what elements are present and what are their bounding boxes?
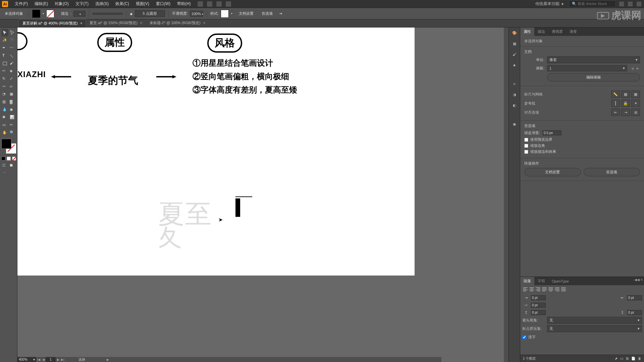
stroke-panel-icon[interactable]: ≡ bbox=[511, 80, 518, 87]
menu-object[interactable]: 对象(O) bbox=[51, 1, 72, 7]
brushes-panel-icon[interactable]: 🖌 bbox=[511, 51, 518, 58]
guides-lock-icon[interactable]: 🔒 bbox=[621, 100, 630, 107]
swatches-panel-icon[interactable]: ▦ bbox=[511, 40, 518, 47]
gpu-icon[interactable] bbox=[226, 1, 231, 7]
column-graph-tool[interactable]: 📊 bbox=[9, 114, 16, 121]
graphic-style-swatch[interactable]: ▾ bbox=[221, 10, 229, 18]
justify-all-icon[interactable] bbox=[560, 287, 567, 293]
opacity-field[interactable]: 100% bbox=[190, 11, 203, 17]
color-mode-solid[interactable] bbox=[1, 157, 5, 161]
panel-tab-properties[interactable]: 属性 bbox=[520, 27, 534, 36]
stroke-profile-field[interactable]: 5 点圆形 bbox=[135, 10, 165, 17]
layout-icon[interactable] bbox=[216, 1, 222, 7]
menu-help[interactable]: 帮助(H) bbox=[174, 1, 194, 7]
align-center-icon[interactable] bbox=[529, 287, 535, 293]
grid-icon[interactable]: ▦ bbox=[621, 90, 630, 98]
units-dropdown[interactable]: 像素▾ bbox=[547, 56, 640, 63]
artboard-nav-arrows[interactable]: ◀ ▶ bbox=[631, 67, 640, 70]
edit-toolbar[interactable]: ⋯ bbox=[1, 169, 9, 177]
color-mode-none[interactable] bbox=[12, 157, 16, 161]
panel-tab-gradient[interactable]: 渐变 bbox=[566, 27, 580, 36]
justify-right-icon[interactable] bbox=[554, 287, 560, 293]
quick-doc-setup-button[interactable]: 文档设置 bbox=[524, 168, 581, 176]
workspace-switcher[interactable]: 传统基本功能 ▾ bbox=[533, 0, 566, 7]
hand-tool[interactable]: ✋ bbox=[1, 129, 8, 136]
fill-swatch[interactable]: ▾ bbox=[32, 10, 40, 18]
direct-selection-tool[interactable] bbox=[9, 29, 16, 36]
rectangle-tool[interactable] bbox=[1, 60, 8, 67]
mesh-tool[interactable]: ▥ bbox=[1, 98, 8, 106]
scrollbar-vertical[interactable] bbox=[504, 27, 508, 362]
rotate-tool[interactable]: ↻ bbox=[1, 75, 8, 82]
scale-tool[interactable]: ⤢ bbox=[9, 75, 16, 82]
kinsoku-dropdown[interactable]: 无▾ bbox=[547, 317, 642, 324]
curvature-tool[interactable]: 〰 bbox=[9, 44, 16, 52]
first-artboard-button[interactable]: |◀ bbox=[36, 357, 41, 362]
close-icon[interactable] bbox=[637, 2, 641, 6]
stroke-weight-field[interactable] bbox=[73, 11, 86, 17]
next-artboard-button[interactable]: ▶ bbox=[56, 357, 60, 362]
key-increment-field[interactable] bbox=[543, 130, 561, 135]
menu-view[interactable]: 视图(V) bbox=[132, 1, 153, 7]
doc-tab-1[interactable]: 夏至讲解.ai* @ 400% (RGB/预览) × bbox=[19, 19, 86, 27]
arrange-icon[interactable] bbox=[207, 1, 212, 7]
paintbrush-tool[interactable]: 🖌 bbox=[9, 60, 16, 67]
space-after-field[interactable] bbox=[627, 310, 642, 315]
stroke-swatch[interactable] bbox=[46, 10, 54, 18]
screen-mode-normal[interactable]: ◻ bbox=[1, 162, 8, 169]
color-panel-icon[interactable]: 🎨 bbox=[511, 29, 518, 36]
menu-file[interactable]: 文件(F) bbox=[11, 1, 31, 7]
transparency-panel-icon[interactable]: ◐ bbox=[511, 102, 518, 109]
magic-wand-tool[interactable]: ✨ bbox=[1, 37, 8, 44]
doc-icon[interactable] bbox=[198, 1, 203, 7]
close-icon[interactable]: × bbox=[203, 21, 205, 25]
panel-tab-character[interactable]: 字符 bbox=[534, 277, 548, 285]
edit-artboards-button[interactable]: 编辑画板 bbox=[547, 73, 640, 81]
panel-tab-stroke[interactable]: 描边 bbox=[534, 27, 548, 36]
align-left-icon[interactable] bbox=[522, 287, 528, 293]
snap-pixel-icon[interactable]: ⊞ bbox=[631, 109, 640, 116]
new-layer-icon[interactable]: 📄 bbox=[631, 357, 635, 360]
gradient-panel-icon[interactable]: ◑ bbox=[511, 91, 518, 98]
perspective-tool[interactable]: ▦ bbox=[9, 90, 16, 98]
space-before-field[interactable] bbox=[531, 310, 546, 315]
line-tool[interactable]: ＼ bbox=[9, 52, 16, 59]
type-tool[interactable]: T bbox=[1, 52, 8, 59]
hyphenate-checkbox[interactable] bbox=[522, 335, 526, 339]
fill-color-box[interactable] bbox=[1, 139, 11, 149]
lasso-tool[interactable]: ➰ bbox=[9, 37, 16, 44]
artboard-tool[interactable]: ▭ bbox=[1, 121, 8, 129]
transparency-grid-icon[interactable]: ▩ bbox=[631, 90, 640, 98]
scale-strokes-checkbox[interactable] bbox=[524, 150, 528, 154]
blend-tool[interactable]: ◉ bbox=[9, 106, 16, 113]
menu-effect[interactable]: 效果(C) bbox=[112, 1, 132, 7]
locate-object-icon[interactable]: ⬈ bbox=[615, 357, 618, 360]
doc-tab-3[interactable]: 未标题-2* @ 100% (RGB/预览) × bbox=[146, 19, 209, 27]
gradient-tool[interactable]: ▓ bbox=[9, 98, 16, 106]
mojikumi-dropdown[interactable]: 无▾ bbox=[547, 325, 642, 332]
indent-right-field[interactable] bbox=[627, 295, 642, 300]
guides-visibility-icon[interactable]: ┃ bbox=[611, 100, 620, 107]
canvas-area[interactable]: 属性 风格 XIAZHI 夏季的节气 ①用星星结合笔画设计 ②竖向笔画偏粗，横向… bbox=[17, 27, 508, 362]
status-flyout[interactable]: ▶ bbox=[105, 357, 110, 362]
justify-center-icon[interactable] bbox=[548, 287, 554, 293]
appearance-panel-icon[interactable]: ◉ bbox=[511, 121, 518, 127]
scale-corners-checkbox[interactable] bbox=[524, 144, 528, 148]
menu-type[interactable]: 文字(T) bbox=[72, 1, 92, 7]
align-right-icon[interactable] bbox=[535, 287, 541, 293]
snap-grid-icon[interactable]: ⇥ bbox=[621, 109, 630, 116]
justify-left-icon[interactable] bbox=[541, 287, 547, 293]
quick-preferences-button[interactable]: 首选项 bbox=[584, 168, 640, 176]
shape-builder-tool[interactable]: ◔ bbox=[1, 90, 8, 98]
eraser-tool[interactable]: ◈ bbox=[9, 67, 16, 75]
width-tool[interactable]: ⇿ bbox=[1, 83, 8, 90]
eyedropper-tool[interactable]: 💧 bbox=[1, 106, 8, 113]
artboard-index-field[interactable]: 1 bbox=[46, 357, 56, 362]
last-artboard-button[interactable]: ▶| bbox=[60, 357, 65, 362]
make-clipping-mask-icon[interactable]: ▭ bbox=[620, 357, 623, 360]
create-sublayer-icon[interactable]: ⊞ bbox=[626, 357, 629, 360]
maximize-icon[interactable] bbox=[628, 2, 633, 6]
panel-tab-paragraph[interactable]: 段落 bbox=[520, 277, 534, 285]
symbols-panel-icon[interactable]: ♣ bbox=[511, 62, 518, 68]
free-transform-tool[interactable]: ▱ bbox=[9, 83, 16, 90]
